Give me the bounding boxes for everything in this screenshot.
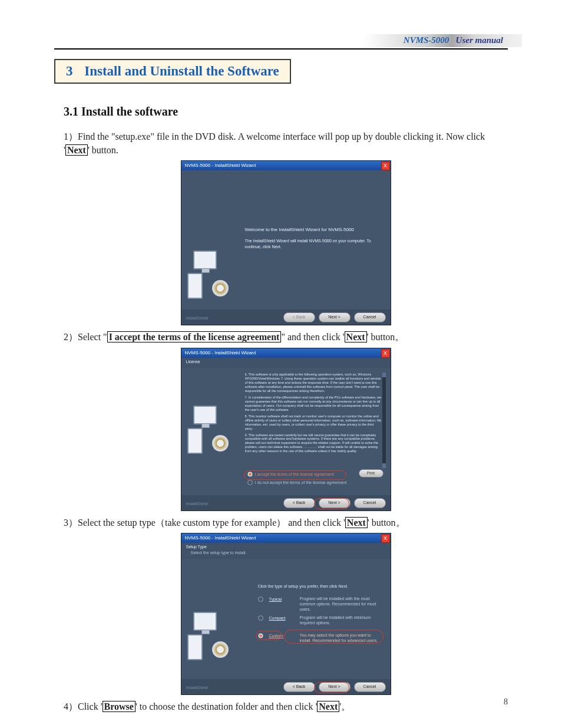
highlight-oval-next — [314, 498, 349, 509]
cancel-button[interactable]: Cancel — [354, 682, 386, 692]
highlight-oval-custom — [256, 631, 282, 640]
wizard1-footer: InstallShield < Back Next > Cancel — [181, 309, 391, 325]
step-1: 1）Find the "setup.exe" file in the DVD d… — [64, 130, 508, 157]
radio-reject[interactable]: I do not accept the terms of the license… — [247, 480, 382, 486]
step4-browse-box: Browse — [103, 701, 135, 712]
step-4: 4）Click 'Browse' to choose the destinati… — [64, 700, 508, 713]
step3-text-a: 3）Select the setup type（take custom type… — [64, 518, 345, 528]
compact-label: Compact — [269, 615, 294, 621]
typical-label: Typical — [269, 597, 294, 602]
header-rule — [54, 48, 508, 50]
header-text: NVMS-5000 User manual — [404, 35, 503, 45]
typical-desc: Program will be installed with the most … — [300, 597, 382, 612]
computer-icon — [187, 612, 229, 660]
step2-text-c: ' button。 — [367, 332, 405, 342]
chapter-heading: 3 Install and Uninstall the Software — [54, 59, 291, 84]
close-icon[interactable]: X — [381, 349, 390, 358]
wizard2-sub-a: License — [186, 359, 386, 365]
wizard-setup-type: NVMS-5000 - InstallShield Wizard X Setup… — [181, 533, 391, 695]
wizard3-sub-b: Select the setup type to install. — [186, 550, 386, 556]
step1-next-box: Next — [65, 144, 88, 156]
computer-icon — [187, 251, 229, 299]
radio-compact[interactable]: Compact Program will be installed with m… — [258, 615, 382, 626]
wizard1-heading: Welcome to the InstallShield Wizard for … — [245, 227, 382, 233]
step1-text-a: 1）Find the "setup.exe" file in the DVD d… — [64, 131, 485, 155]
license-para-9: 9. This software are tested carefully bu… — [245, 433, 382, 454]
wizard2-subheader: License — [181, 358, 391, 368]
compact-desc: Program will be installed with minimum r… — [300, 615, 382, 626]
step-3: 3）Select the setup type（take custom type… — [64, 516, 508, 529]
installshield-brand: InstallShield — [186, 315, 209, 321]
wizard1-para: The InstallShield Wizard will install NV… — [245, 238, 382, 249]
wizard3-titlebar: NVMS-5000 - InstallShield Wizard X — [181, 533, 391, 543]
wizard3-intro: Click the type of setup you prefer, then… — [258, 584, 382, 589]
wizard1-text: Welcome to the InstallShield Wizard for … — [245, 227, 382, 249]
close-icon[interactable]: X — [381, 162, 390, 170]
wizard-license: NVMS-5000 - InstallShield Wizard X Licen… — [181, 348, 391, 511]
header-manual: User manual — [456, 35, 503, 45]
wizard3-title: NVMS-5000 - InstallShield Wizard — [185, 535, 256, 541]
step2-text-b: " and then click ' — [281, 332, 344, 342]
page-number: 8 — [504, 697, 508, 707]
page: NVMS-5000 User manual 3 Install and Unin… — [0, 0, 562, 728]
wizard1-body: Welcome to the InstallShield Wizard for … — [181, 170, 391, 309]
step4-text-c: '。 — [339, 701, 351, 711]
license-para-8: 8. This monitor software shall not track… — [245, 414, 382, 431]
step2-next-box: Next — [345, 331, 367, 342]
wizard3-body: Click the type of setup you prefer, then… — [181, 559, 391, 679]
step4-text-b: ' to choose the destination folder and t… — [135, 701, 317, 711]
installshield-brand: InstallShield — [186, 685, 209, 691]
header-product: NVMS-5000 — [404, 35, 449, 45]
step3-next-box: Next — [345, 517, 368, 528]
highlight-oval-next — [314, 682, 349, 693]
print-button[interactable]: Print — [359, 469, 384, 477]
step3-text-b: ' button。 — [368, 518, 405, 528]
license-para-7: 7. In consideration of the differentiati… — [245, 396, 382, 412]
back-button[interactable]: < Back — [283, 498, 315, 508]
radio-icon — [258, 597, 263, 602]
wizard1-titlebar: NVMS-5000 - InstallShield Wizard X — [181, 161, 391, 170]
scrollbar[interactable] — [382, 373, 386, 468]
radio-reject-label: I do not accept the terms of the license… — [255, 480, 347, 486]
highlight-oval-accept — [244, 470, 346, 480]
back-button[interactable]: < Back — [283, 682, 315, 692]
radio-icon — [247, 480, 253, 485]
wizard2-body: 6. This software is only applicable to t… — [181, 368, 391, 495]
chapter-number: 3 — [66, 64, 73, 78]
license-para-6: 6. This software is only applicable to t… — [245, 373, 382, 393]
section-title: 3.1 Install the software — [64, 105, 178, 118]
step2-text-a: 2）Select " — [64, 332, 107, 342]
body-content: 1）Find the "setup.exe" file in the DVD d… — [64, 130, 508, 717]
wizard-welcome: NVMS-5000 - InstallShield Wizard X Welco… — [181, 160, 391, 325]
chapter-title: Install and Uninstall the Software — [84, 64, 279, 78]
radio-icon — [258, 615, 263, 621]
step1-text-b: ' button. — [88, 145, 118, 155]
wizard2-titlebar: NVMS-5000 - InstallShield Wizard X — [181, 348, 391, 358]
computer-icon — [187, 406, 229, 454]
radio-typical[interactable]: Typical Program will be installed with t… — [258, 597, 382, 612]
wizard2-title: NVMS-5000 - InstallShield Wizard — [185, 350, 256, 355]
step-2: 2）Select "I accept the terms of the lice… — [64, 330, 508, 344]
step4-text-a: 4）Click ' — [64, 701, 103, 711]
wizard1-title: NVMS-5000 - InstallShield Wizard — [185, 163, 256, 168]
cancel-button[interactable]: Cancel — [354, 312, 386, 322]
cancel-button[interactable]: Cancel — [354, 498, 386, 508]
step2-accept-box: I accept the terms of the license agreem… — [107, 331, 282, 342]
wizard3-subheader: Setup Type Select the setup type to inst… — [181, 543, 391, 559]
wizard3-footer: InstallShield < Back Next > Cancel — [181, 679, 391, 694]
installshield-brand: InstallShield — [186, 501, 209, 507]
wizard3-sub-a: Setup Type — [186, 544, 386, 550]
license-text: 6. This software is only applicable to t… — [245, 373, 382, 468]
highlight-oval-custom-desc — [284, 630, 384, 644]
next-button[interactable]: Next > — [319, 312, 351, 322]
step4-next-box: Next — [317, 701, 339, 712]
back-button: < Back — [283, 312, 315, 322]
wizard2-footer: InstallShield < Back Next > Cancel — [181, 495, 391, 510]
close-icon[interactable]: X — [381, 534, 390, 543]
